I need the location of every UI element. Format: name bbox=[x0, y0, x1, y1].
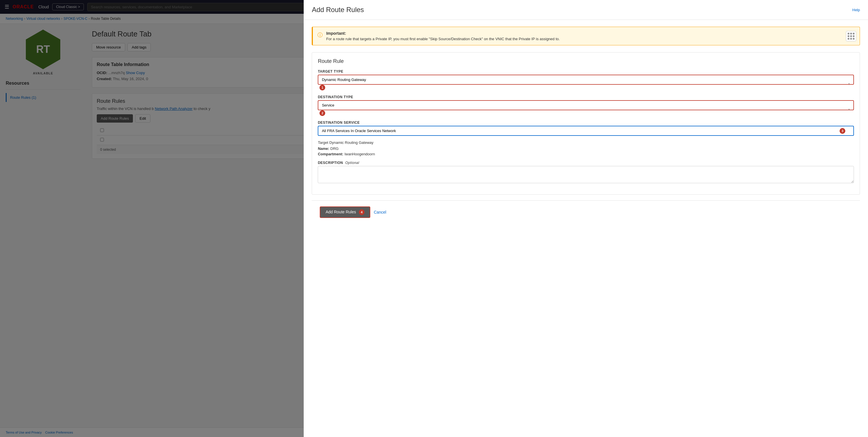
target-type-select-wrapper: Dynamic Routing Gateway 1 bbox=[318, 75, 854, 90]
step-badge-1: 1 bbox=[319, 85, 325, 90]
step-badge-3: 3 bbox=[840, 128, 845, 134]
destination-service-select-wrapper: All FRA Services In Oracle Services Netw… bbox=[318, 126, 854, 136]
destination-type-select[interactable]: Service bbox=[318, 100, 854, 110]
route-rule-card-title: Route Rule bbox=[318, 58, 854, 64]
modal-title: Add Route Rules bbox=[312, 6, 364, 14]
drg-compartment-row: Compartment: IwanHoogendoorn bbox=[318, 152, 854, 156]
route-rule-card: Route Rule Target Type Dynamic Routing G… bbox=[312, 52, 860, 195]
important-body: For a route rule that targets a Private … bbox=[326, 37, 560, 41]
help-corner-icon[interactable] bbox=[846, 31, 856, 41]
cancel-button[interactable]: Cancel bbox=[374, 210, 386, 215]
destination-service-group: Destination Service All FRA Services In … bbox=[318, 121, 854, 136]
target-type-label: Target Type bbox=[318, 69, 854, 73]
drg-info: Target Dynamic Routing Gateway Name: DRG… bbox=[318, 141, 854, 156]
destination-service-select[interactable]: All FRA Services In Oracle Services Netw… bbox=[318, 126, 854, 136]
modal-overlay: Add Route Rules Help ⓘ Important: For a … bbox=[0, 0, 868, 436]
modal-header: Add Route Rules Help bbox=[304, 0, 868, 20]
description-group: Description Optional bbox=[318, 161, 854, 184]
destination-service-label: Destination Service bbox=[318, 121, 854, 125]
destination-type-group: Destination Type Service 2 bbox=[318, 95, 854, 116]
modal-drawer: Add Route Rules Help ⓘ Important: For a … bbox=[304, 0, 868, 436]
important-icon: ⓘ bbox=[317, 32, 322, 38]
important-text: Important: For a route rule that targets… bbox=[326, 31, 560, 41]
step-badge-4: 4 bbox=[359, 209, 365, 215]
important-banner: ⓘ Important: For a route rule that targe… bbox=[312, 27, 860, 45]
target-type-group: Target Type Dynamic Routing Gateway 1 bbox=[318, 69, 854, 90]
modal-help-link[interactable]: Help bbox=[852, 8, 860, 12]
modal-body: ⓘ Important: For a route rule that targe… bbox=[304, 20, 868, 230]
modal-footer: Add Route Rules 4 Cancel bbox=[312, 200, 860, 224]
description-label: Description Optional bbox=[318, 161, 854, 165]
step-badge-2: 2 bbox=[319, 110, 325, 116]
description-input[interactable] bbox=[318, 166, 854, 183]
target-type-select[interactable]: Dynamic Routing Gateway bbox=[318, 75, 854, 85]
drg-name-row: Name: DRG bbox=[318, 147, 854, 151]
destination-type-select-wrapper: Service 2 bbox=[318, 100, 854, 116]
add-route-rules-submit-button[interactable]: Add Route Rules 4 bbox=[320, 207, 370, 218]
drg-section-label: Target Dynamic Routing Gateway bbox=[318, 141, 854, 145]
destination-type-label: Destination Type bbox=[318, 95, 854, 99]
important-title: Important: bbox=[326, 31, 560, 36]
